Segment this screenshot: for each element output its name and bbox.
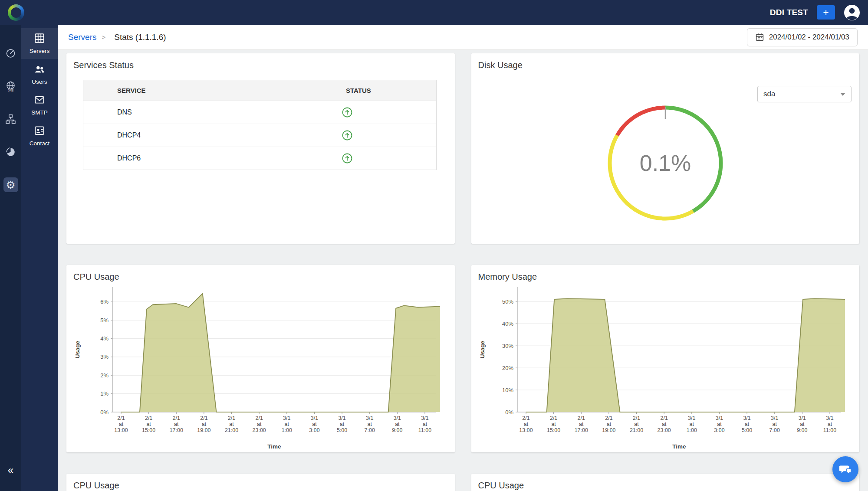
svg-text:3/1at3:00: 3/1at3:00 <box>714 415 724 433</box>
smtp-mail-icon <box>34 94 45 105</box>
svg-text:Usage: Usage <box>74 340 81 358</box>
svg-text:2%: 2% <box>100 372 108 379</box>
svg-text:5%: 5% <box>100 317 108 324</box>
svg-text:2/1at19:00: 2/1at19:00 <box>602 415 615 433</box>
card-title: CPU Usage <box>73 481 448 491</box>
svg-text:6%: 6% <box>100 298 108 305</box>
sidebar-item-smtp[interactable]: SMTP <box>21 90 58 121</box>
svg-text:2/1at13:00: 2/1at13:00 <box>114 415 128 433</box>
status-up-icon <box>342 130 353 141</box>
breadcrumb-separator: > <box>102 33 105 41</box>
breadcrumb-servers-link[interactable]: Servers <box>68 33 96 42</box>
card-title: CPU Usage <box>478 481 853 491</box>
sidebar-item-users[interactable]: Users <box>21 59 58 90</box>
svg-text:2/1at17:00: 2/1at17:00 <box>170 415 183 433</box>
card-title: Disk Usage <box>478 60 853 70</box>
icon-rail: DNS ⚙ <box>0 25 21 491</box>
svg-text:50%: 50% <box>502 298 513 305</box>
status-up-icon <box>342 153 353 164</box>
column-header-service: SERVICE <box>83 80 281 101</box>
svg-text:3/1at1:00: 3/1at1:00 <box>282 415 292 433</box>
sidebar-item-label: Contact <box>21 140 58 147</box>
settings-gear-icon[interactable]: ⚙ <box>3 177 18 192</box>
bottom-left-card: CPU Usage <box>66 474 455 491</box>
svg-text:2/1at15:00: 2/1at15:00 <box>142 415 155 433</box>
table-row: DNS <box>83 101 436 124</box>
services-table: SERVICE STATUS DNS <box>83 80 437 170</box>
section-menu: Servers Users SMTP Contact <box>21 25 58 491</box>
reports-pie-icon[interactable] <box>3 144 18 159</box>
svg-text:3/1at7:00: 3/1at7:00 <box>769 415 779 433</box>
svg-text:3/1at7:00: 3/1at7:00 <box>365 415 375 433</box>
svg-text:30%: 30% <box>502 343 513 349</box>
brand-logo-icon[interactable] <box>8 4 24 21</box>
svg-text:2/1at13:00: 2/1at13:00 <box>519 415 533 433</box>
sidebar-item-label: SMTP <box>21 109 58 116</box>
table-header-row: SERVICE STATUS <box>83 80 436 101</box>
sidebar-item-servers[interactable]: Servers <box>21 28 58 59</box>
dashboard-gauge-icon[interactable] <box>3 46 18 60</box>
table-row: DHCP4 <box>83 124 436 147</box>
breadcrumb-bar: Servers > Stats (1.1.1.6) 2024/01/02 - 2… <box>58 25 868 50</box>
svg-text:10%: 10% <box>502 387 513 393</box>
topbar: DDI TEST + <box>0 0 868 25</box>
svg-text:3/1at9:00: 3/1at9:00 <box>392 415 402 433</box>
svg-text:3/1at11:00: 3/1at11:00 <box>823 415 836 433</box>
dns-globe-icon[interactable]: DNS <box>3 79 18 93</box>
svg-text:3/1at1:00: 3/1at1:00 <box>686 415 697 433</box>
svg-text:Time: Time <box>267 443 281 450</box>
user-avatar-icon[interactable] <box>844 4 860 21</box>
svg-text:3/1at3:00: 3/1at3:00 <box>309 415 319 433</box>
disk-gauge: 0.1% <box>471 97 860 229</box>
gauge-value: 0.1% <box>639 151 691 176</box>
cpu-usage-chart: 0%1%2%3%4%5%6%2/1at13:002/1at15:002/1at1… <box>73 283 447 451</box>
contact-card-icon <box>34 125 45 136</box>
chat-launcher-button[interactable] <box>832 456 858 482</box>
service-name: DHCP4 <box>83 124 281 147</box>
svg-text:2/1at19:00: 2/1at19:00 <box>197 415 210 433</box>
svg-text:2/1at21:00: 2/1at21:00 <box>225 415 238 433</box>
memory-usage-card: Memory Usage 0%10%20%30%40%50%2/1at13:00… <box>471 265 860 452</box>
date-range-value: 2024/01/02 - 2024/01/03 <box>769 33 849 42</box>
sidebar-item-label: Servers <box>21 48 58 54</box>
svg-text:40%: 40% <box>502 321 513 327</box>
card-title: Memory Usage <box>478 272 853 282</box>
dashboard-grid: Services Status SERVICE STATUS DNS <box>58 50 868 491</box>
svg-text:3/1at11:00: 3/1at11:00 <box>418 415 431 433</box>
add-button[interactable]: + <box>817 5 835 20</box>
users-icon <box>34 63 45 75</box>
card-title: CPU Usage <box>73 272 448 282</box>
svg-text:3/1at9:00: 3/1at9:00 <box>797 415 807 433</box>
column-header-status: STATUS <box>281 80 436 101</box>
status-up-icon <box>342 107 353 118</box>
svg-text:2/1at23:00: 2/1at23:00 <box>253 415 266 433</box>
card-title: Services Status <box>73 60 448 70</box>
sidebar-item-label: Users <box>21 79 58 85</box>
calendar-icon <box>755 33 764 42</box>
dns-caption: DNS <box>8 88 14 92</box>
workspace-label: DDI TEST <box>770 8 808 17</box>
svg-text:1%: 1% <box>100 390 108 397</box>
cpu-usage-card: CPU Usage 0%1%2%3%4%5%6%2/1at13:002/1at1… <box>66 265 455 452</box>
date-range-picker[interactable]: 2024/01/02 - 2024/01/03 <box>747 28 858 46</box>
svg-text:0%: 0% <box>505 409 513 416</box>
bottom-right-card: CPU Usage <box>471 474 860 491</box>
chat-bubble-icon <box>838 462 853 477</box>
sidebar-item-contact[interactable]: Contact <box>21 121 58 151</box>
service-name: DNS <box>83 101 281 124</box>
svg-text:3/1at5:00: 3/1at5:00 <box>741 415 752 433</box>
page-title: Stats (1.1.1.6) <box>114 33 166 42</box>
svg-text:3/1at5:00: 3/1at5:00 <box>337 415 347 433</box>
ipam-hierarchy-icon[interactable] <box>3 111 18 126</box>
sidebar-collapse-button[interactable]: « <box>0 464 21 476</box>
disk-usage-card: Disk Usage sda 0.1% <box>471 53 860 244</box>
svg-text:Usage: Usage <box>479 340 486 358</box>
svg-text:20%: 20% <box>502 365 513 371</box>
svg-text:2/1at21:00: 2/1at21:00 <box>629 415 643 433</box>
memory-usage-chart: 0%10%20%30%40%50%2/1at13:002/1at15:002/1… <box>478 283 852 451</box>
svg-text:2/1at15:00: 2/1at15:00 <box>546 415 560 433</box>
servers-grid-icon <box>34 33 45 44</box>
svg-text:3%: 3% <box>100 354 108 360</box>
svg-text:0%: 0% <box>100 409 108 416</box>
service-name: DHCP6 <box>83 147 281 170</box>
